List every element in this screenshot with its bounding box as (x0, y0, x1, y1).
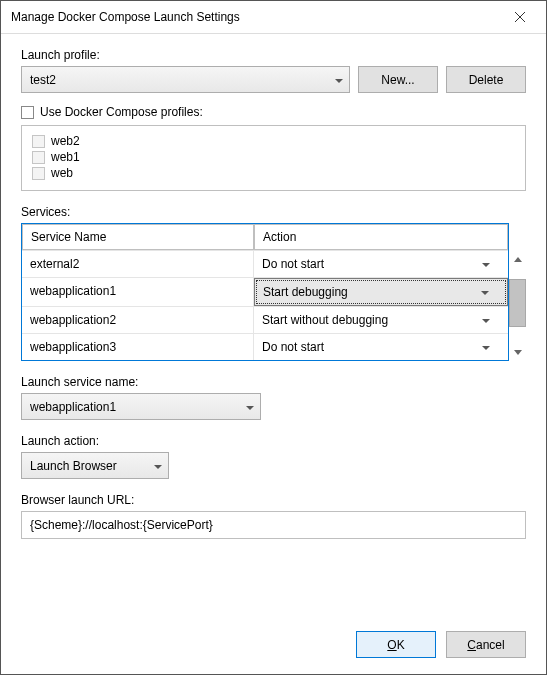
scroll-thumb[interactable] (509, 279, 526, 327)
service-row[interactable]: webapplication3 Do not start (22, 333, 508, 360)
browser-url-input[interactable] (21, 511, 526, 539)
browser-url-label: Browser launch URL: (21, 493, 526, 507)
scroll-down-icon[interactable] (509, 344, 526, 361)
service-row[interactable]: webapplication1 Start debugging (22, 277, 508, 306)
profile-name: web (51, 166, 73, 180)
service-name-cell: webapplication2 (22, 307, 254, 333)
launch-profile-value: test2 (30, 73, 56, 87)
chevron-down-icon (481, 285, 489, 299)
service-name-cell: webapplication1 (22, 278, 254, 306)
profile-checkbox[interactable] (32, 167, 45, 180)
chevron-down-icon (335, 73, 343, 87)
chevron-down-icon (482, 257, 490, 271)
service-action-combo[interactable]: Do not start (254, 334, 508, 360)
services-header-name[interactable]: Service Name (22, 224, 254, 250)
use-profiles-checkbox-row: Use Docker Compose profiles: (21, 105, 526, 119)
chevron-down-icon (154, 459, 162, 473)
services-grid: Service Name Action external2 Do not sta… (21, 223, 509, 361)
new-button-label: New... (381, 73, 414, 87)
use-profiles-label: Use Docker Compose profiles: (40, 105, 203, 119)
ok-button[interactable]: OK (356, 631, 436, 658)
window-title: Manage Docker Compose Launch Settings (11, 10, 240, 24)
profile-item: web1 (32, 150, 515, 164)
service-name-cell: external2 (22, 251, 254, 277)
service-row[interactable]: webapplication2 Start without debugging (22, 306, 508, 333)
services-header: Service Name Action (22, 224, 508, 250)
profiles-list: web2 web1 web (21, 125, 526, 191)
ok-button-label: OK (387, 638, 404, 652)
service-action-combo[interactable]: Start debugging (254, 278, 508, 306)
use-profiles-checkbox[interactable] (21, 106, 34, 119)
profile-checkbox[interactable] (32, 135, 45, 148)
dialog-content: Launch profile: test2 New... Delete Use … (1, 34, 546, 619)
profile-name: web2 (51, 134, 80, 148)
service-action-combo[interactable]: Do not start (254, 251, 508, 277)
chevron-down-icon (482, 340, 490, 354)
scroll-up-icon[interactable] (509, 251, 526, 268)
service-action-value: Do not start (262, 340, 324, 354)
launch-profile-combo[interactable]: test2 (21, 66, 350, 93)
chevron-down-icon (482, 313, 490, 327)
launch-service-name-label: Launch service name: (21, 375, 526, 389)
launch-action-label: Launch action: (21, 434, 526, 448)
profile-item: web (32, 166, 515, 180)
services-label: Services: (21, 205, 526, 219)
service-name-cell: webapplication3 (22, 334, 254, 360)
profile-checkbox[interactable] (32, 151, 45, 164)
service-action-value: Start debugging (263, 285, 348, 299)
services-scrollbar[interactable] (509, 223, 526, 361)
delete-button[interactable]: Delete (446, 66, 526, 93)
cancel-button-label: Cancel (467, 638, 504, 652)
delete-button-label: Delete (469, 73, 504, 87)
chevron-down-icon (246, 400, 254, 414)
launch-action-combo[interactable]: Launch Browser (21, 452, 169, 479)
service-row[interactable]: external2 Do not start (22, 250, 508, 277)
service-action-value: Do not start (262, 257, 324, 271)
close-button[interactable] (502, 7, 538, 27)
new-button[interactable]: New... (358, 66, 438, 93)
launch-action-value: Launch Browser (30, 459, 117, 473)
service-action-value: Start without debugging (262, 313, 388, 327)
services-body: external2 Do not start webapplication1 S… (22, 250, 508, 360)
dialog-footer: OK Cancel (1, 619, 546, 674)
launch-profile-label: Launch profile: (21, 48, 526, 62)
cancel-button[interactable]: Cancel (446, 631, 526, 658)
launch-service-name-value: webapplication1 (30, 400, 116, 414)
launch-service-name-combo[interactable]: webapplication1 (21, 393, 261, 420)
profile-name: web1 (51, 150, 80, 164)
profile-item: web2 (32, 134, 515, 148)
services-header-action[interactable]: Action (254, 224, 508, 250)
titlebar: Manage Docker Compose Launch Settings (1, 1, 546, 34)
service-action-combo[interactable]: Start without debugging (254, 307, 508, 333)
